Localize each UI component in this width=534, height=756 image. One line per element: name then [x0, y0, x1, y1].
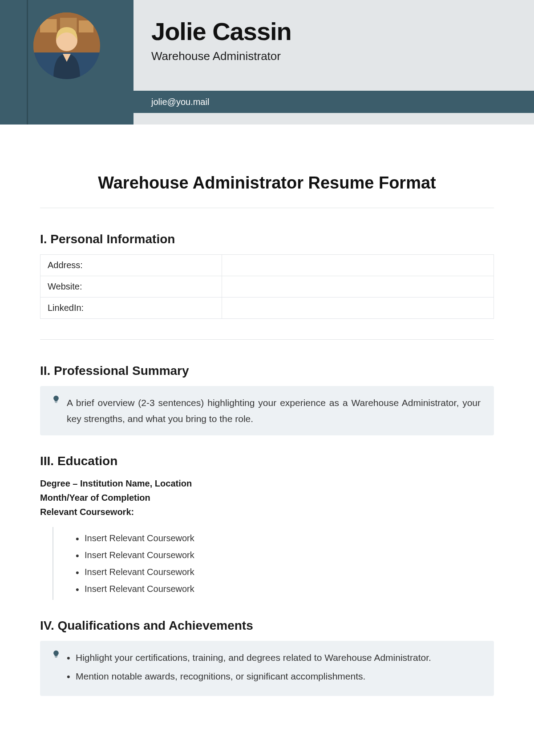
- label-website: Website:: [40, 276, 222, 298]
- person-email: jolie@you.mail: [151, 97, 209, 107]
- tip-text: A brief overview (2-3 sentences) highlig…: [67, 398, 481, 424]
- svg-rect-3: [79, 20, 93, 32]
- section-heading-summary: II. Professional Summary: [40, 364, 494, 378]
- personal-info-table: Address: Website: LinkedIn:: [40, 254, 494, 319]
- tip-list: Highlight your certifications, training,…: [67, 650, 481, 684]
- edu-date-line: Month/Year of Completion: [40, 491, 494, 505]
- divider: [40, 208, 494, 208]
- section-heading-personal: I. Personal Information: [40, 232, 494, 246]
- tip-box-summary: A brief overview (2-3 sentences) highlig…: [40, 386, 494, 435]
- document-title: Warehouse Administrator Resume Format: [40, 173, 494, 208]
- list-item: Insert Relevant Coursework: [76, 530, 494, 547]
- email-bar: jolie@you.mail: [132, 91, 534, 113]
- svg-rect-1: [40, 19, 57, 32]
- person-name: Jolie Cassin: [151, 17, 534, 46]
- coursework-list: Insert Relevant Coursework Insert Releva…: [53, 527, 494, 600]
- section-heading-qualifications: IV. Qualifications and Achievements: [40, 619, 494, 633]
- table-row: LinkedIn:: [40, 298, 494, 319]
- list-item: Highlight your certifications, training,…: [67, 650, 481, 666]
- person-role: Warehouse Administrator: [151, 49, 534, 63]
- divider: [40, 339, 494, 340]
- hero-banner: Jolie Cassin Warehouse Administrator jol…: [0, 0, 534, 125]
- edu-coursework-label: Relevant Coursework:: [40, 505, 494, 519]
- table-row: Address:: [40, 255, 494, 276]
- tip-box-qualifications: Highlight your certifications, training,…: [40, 641, 494, 696]
- value-linkedin: [222, 298, 494, 319]
- hero-sidebar: [0, 0, 134, 125]
- list-item: Insert Relevant Coursework: [76, 547, 494, 563]
- list-item: Insert Relevant Coursework: [76, 563, 494, 580]
- edu-degree-line: Degree – Institution Name, Location: [40, 476, 494, 491]
- value-address: [222, 255, 494, 276]
- label-linkedin: LinkedIn:: [40, 298, 222, 319]
- lightbulb-icon: [52, 649, 61, 659]
- section-heading-education: III. Education: [40, 454, 494, 468]
- lightbulb-icon: [52, 394, 61, 405]
- label-address: Address:: [40, 255, 222, 276]
- list-item: Insert Relevant Coursework: [76, 580, 494, 597]
- value-website: [222, 276, 494, 298]
- avatar: [33, 12, 100, 79]
- table-row: Website:: [40, 276, 494, 298]
- education-block: Degree – Institution Name, Location Mont…: [40, 476, 494, 519]
- document-body: Warehouse Administrator Resume Format I.…: [0, 125, 534, 714]
- avatar-illustration: [33, 12, 100, 79]
- list-item: Mention notable awards, recognitions, or…: [67, 668, 481, 684]
